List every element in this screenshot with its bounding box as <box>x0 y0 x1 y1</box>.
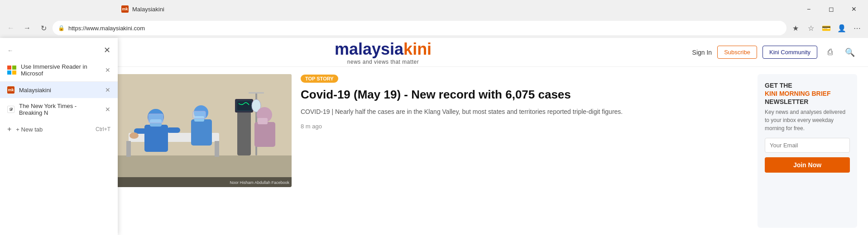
newsletter-word: NEWSLETTER <box>765 98 808 105</box>
svg-rect-14 <box>144 125 168 152</box>
svg-rect-5 <box>215 141 219 157</box>
site-header: EN BM 中文 தமிழ் malaysiakini news and vie… <box>0 38 868 67</box>
nyt-tab-close-icon[interactable]: ✕ <box>105 106 110 113</box>
immersive-reader-label: Use Immersive Reader in Microsof <box>21 63 101 77</box>
wallet-button[interactable]: 💳 <box>819 21 834 35</box>
nyt-favicon: 𝒟 <box>7 106 14 113</box>
top-story-badge: TOP STORY <box>301 75 338 83</box>
svg-point-19 <box>129 132 139 139</box>
article-timestamp: 8 m ago <box>301 123 322 130</box>
newsletter-kini-morning: KINI MORNING BRIEF <box>765 90 830 97</box>
forward-button[interactable]: → <box>20 21 34 35</box>
content-area: Noor Hisham Abdullah Facebook TOP STORY … <box>91 67 868 235</box>
logo-malaysia: malaysia <box>335 40 403 58</box>
refresh-button[interactable]: ↻ <box>36 21 51 35</box>
minimize-button[interactable]: − <box>798 2 819 16</box>
profile-button[interactable]: 👤 <box>834 21 849 35</box>
window-controls: − ◻ ✕ <box>798 2 864 16</box>
browser-favicon: mk <box>121 5 129 13</box>
header-actions: Sign In Subscribe Kini Community ⎙ 🔍 <box>692 45 857 60</box>
newsletter-description: Key news and analyses delivered to your … <box>765 108 850 132</box>
dropdown-arrow: ← <box>7 47 13 54</box>
immersive-reader-item[interactable]: Use Immersive Reader in Microsof ✕ <box>0 59 118 82</box>
article-description: COVID-19 | Nearly half the cases are in … <box>301 107 747 117</box>
address-bar-actions: ★ ☆ 💳 👤 ⋯ <box>788 21 864 35</box>
immersive-close-icon[interactable]: ✕ <box>105 66 110 74</box>
browser-title: Malaysiakini <box>132 6 164 13</box>
url-text: https://www.malaysiakini.com <box>68 25 781 32</box>
newsletter-sidebar: GET THE KINI MORNING BRIEF NEWSLETTER Ke… <box>758 74 857 228</box>
favorites-button[interactable]: ☆ <box>804 21 818 35</box>
bookmark-icon[interactable]: ⎙ <box>823 45 837 60</box>
new-tab-label: + New tab <box>16 126 43 133</box>
svg-rect-16 <box>149 114 163 123</box>
newsletter-get-the: GET THE <box>765 82 792 89</box>
microsoft-logo-icon <box>7 66 16 75</box>
mk-favicon: mk <box>7 86 14 94</box>
article-image: Noor Hisham Abdullah Facebook <box>101 74 292 187</box>
close-button[interactable]: ✕ <box>844 2 864 16</box>
svg-rect-11 <box>249 92 264 94</box>
mk-tab-close-icon[interactable]: ✕ <box>105 86 110 94</box>
dropdown-header: ← ✕ <box>0 42 118 59</box>
tab-item-nytimes[interactable]: 𝒟 The New York Times - Breaking N ✕ <box>0 98 118 121</box>
tab-item-malaysiakini[interactable]: mk Malaysiakini ✕ <box>0 82 118 98</box>
lock-icon: 🔒 <box>58 25 65 31</box>
svg-rect-21 <box>191 119 212 146</box>
settings-button[interactable]: ⋯ <box>850 21 864 35</box>
plus-icon: + <box>7 125 11 133</box>
svg-rect-18 <box>167 127 180 133</box>
sign-in-button[interactable]: Sign In <box>692 49 712 56</box>
newsletter-email-input[interactable] <box>765 138 850 153</box>
collections-button[interactable]: ★ <box>788 21 803 35</box>
tabs-dropdown: ← ✕ Use Immersive Reader in Microsof ✕ m… <box>0 38 118 235</box>
article-image-svg: Noor Hisham Abdullah Facebook <box>101 74 292 187</box>
address-bar-row: ← → ↻ 🔒 https://www.malaysiakini.com ★ ☆… <box>0 18 868 38</box>
new-tab-shortcut: Ctrl+T <box>96 126 110 132</box>
new-tab-item[interactable]: + + New tab Ctrl+T <box>0 121 118 138</box>
logo-tagline: news and views that matter <box>74 59 692 65</box>
newsletter-join-button[interactable]: Join Now <box>765 157 850 173</box>
svg-rect-23 <box>193 111 206 118</box>
site-main: Home ❯ News ❯ Covid-19 Tracker ❯ Editor'… <box>0 67 868 235</box>
search-icon[interactable]: 🔍 <box>843 45 857 60</box>
dropdown-close-icon[interactable]: ✕ <box>104 45 110 55</box>
logo-kini: kini <box>403 40 432 58</box>
logo-wordmark: malaysiakini <box>74 40 692 59</box>
article-info: TOP STORY Covid-19 (May 19) - New record… <box>301 74 747 228</box>
article-title[interactable]: Covid-19 (May 19) - New record with 6,07… <box>301 87 747 103</box>
restore-button[interactable]: ◻ <box>821 2 842 16</box>
site-logo: malaysiakini news and views that matter <box>74 40 692 65</box>
svg-rect-26 <box>258 118 268 124</box>
title-bar: mk Malaysiakini − ◻ ✕ <box>0 0 868 18</box>
svg-text:Noor Hisham Abdullah Facebook: Noor Hisham Abdullah Facebook <box>230 180 289 185</box>
svg-rect-4 <box>126 141 131 157</box>
address-bar[interactable]: 🔒 https://www.malaysiakini.com <box>53 21 786 35</box>
mk-tab-title: Malaysiakini <box>19 87 101 94</box>
nyt-tab-title: The New York Times - Breaking N <box>19 103 101 116</box>
community-button[interactable]: Kini Community <box>762 46 817 59</box>
svg-rect-9 <box>237 101 251 110</box>
subscribe-button[interactable]: Subscribe <box>717 46 757 59</box>
top-article: Noor Hisham Abdullah Facebook TOP STORY … <box>101 74 747 228</box>
svg-rect-25 <box>254 122 275 147</box>
newsletter-title: GET THE KINI MORNING BRIEF NEWSLETTER <box>765 81 850 106</box>
back-button[interactable]: ← <box>4 21 18 35</box>
